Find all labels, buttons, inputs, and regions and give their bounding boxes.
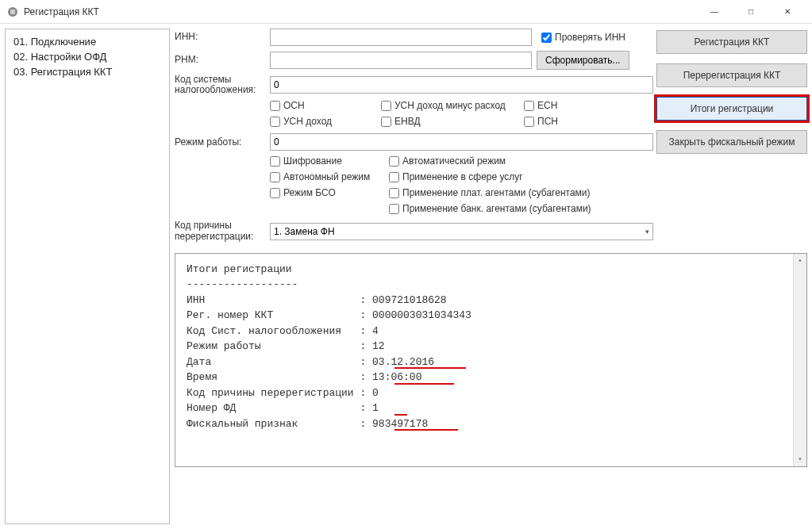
report-rereg: Код причины перерегистрации : 0 <box>187 385 795 401</box>
check-inn-label: Проверять ИНН <box>555 32 625 43</box>
report-output: Итоги регистрации ------------------ ИНН… <box>175 253 807 467</box>
sidebar-item-connection[interactable]: 01. Подключение <box>13 34 161 49</box>
tax-psn[interactable]: ПСН <box>524 116 619 127</box>
app-icon <box>6 6 19 18</box>
mode-input[interactable] <box>270 133 653 151</box>
results-button[interactable]: Итоги регистрации <box>656 97 807 121</box>
window-title: Регистрация ККТ <box>24 6 696 17</box>
titlebar: Регистрация ККТ — □ ✕ <box>0 0 812 24</box>
minimize-button[interactable]: — <box>696 0 733 24</box>
tax-envd[interactable]: ЕНВД <box>381 116 524 127</box>
inn-label: ИНН: <box>175 32 270 42</box>
tax-usn-exp[interactable]: УСН доход минус расход <box>381 100 524 111</box>
report-fd: Номер ФД : 1 <box>187 401 795 416</box>
sidebar-item-registration[interactable]: 03. Регистрация ККТ <box>13 64 161 79</box>
report-sep: ------------------ <box>187 277 795 293</box>
report-reg: Рег. номер ККТ : 0000003031034343 <box>187 308 795 324</box>
rnm-label: РНМ: <box>175 55 270 65</box>
tax-code-label: Код системы налогообложения: <box>175 75 270 95</box>
mode-autonomous[interactable]: Автономный режим <box>270 171 389 182</box>
maximize-button[interactable]: □ <box>733 0 769 24</box>
scroll-up-icon[interactable]: ▴ <box>794 254 806 267</box>
rereg-label: Код причины перерегистрации: <box>175 220 270 241</box>
svg-rect-1 <box>10 10 15 14</box>
register-button[interactable]: Регистрация ККТ <box>656 30 807 54</box>
check-inn-box[interactable] <box>541 33 552 43</box>
sidebar: 01. Подключение 02. Настройки ОФД 03. Ре… <box>5 29 170 524</box>
reregister-button[interactable]: Перерегистрация ККТ <box>656 63 807 87</box>
check-inn[interactable]: Проверять ИНН <box>541 32 625 43</box>
mode-encrypt[interactable]: Шифрование <box>270 155 389 167</box>
report-tax: Код Сист. налогообложения : 4 <box>187 324 795 339</box>
mode-auto[interactable]: Автоматический режим <box>389 155 611 167</box>
rnm-input[interactable] <box>270 52 532 69</box>
mode-bank-agents[interactable]: Применение банк. агентами (субагентами) <box>389 203 611 214</box>
report-inn: ИНН : 009721018628 <box>187 293 795 309</box>
report-time: Время : 13:06:00 <box>187 370 795 385</box>
rereg-dropdown[interactable]: 1. Замена ФН ▾ <box>270 223 653 240</box>
tax-code-input[interactable] <box>270 76 653 94</box>
mode-pay-agents[interactable]: Применение плат. агентами (субагентами) <box>389 187 611 198</box>
rereg-value: 1. Замена ФН <box>274 226 335 237</box>
mode-label: Режим работы: <box>175 137 270 148</box>
report-fisk: Фискальный признак : 983497178 <box>187 416 795 432</box>
inn-input[interactable] <box>270 29 532 46</box>
report-date: Дата : 03.12.2016 <box>187 355 795 370</box>
tax-osn[interactable]: ОСН <box>270 100 381 111</box>
chevron-down-icon: ▾ <box>645 228 649 236</box>
report-scrollbar[interactable]: ▴ ▾ <box>793 254 806 466</box>
tax-eshn[interactable]: ЕСН <box>524 100 619 111</box>
close-button[interactable]: ✕ <box>769 0 806 24</box>
sidebar-item-ofd-settings[interactable]: 02. Настройки ОФД <box>13 49 161 64</box>
mode-services[interactable]: Применение в сфере услуг <box>389 171 611 182</box>
generate-button[interactable]: Сформировать... <box>537 51 629 70</box>
scroll-down-icon[interactable]: ▾ <box>794 453 806 466</box>
report-title: Итоги регистрации <box>187 262 795 278</box>
mode-bso[interactable]: Режим БСО <box>270 187 389 198</box>
content: ИНН: Проверять ИНН РНМ: Сформировать... … <box>170 24 812 529</box>
tax-usn-inc[interactable]: УСН доход <box>270 116 381 127</box>
close-fiscal-button[interactable]: Закрыть фискальный режим <box>656 130 807 154</box>
report-mode: Режим работы : 12 <box>187 339 795 355</box>
